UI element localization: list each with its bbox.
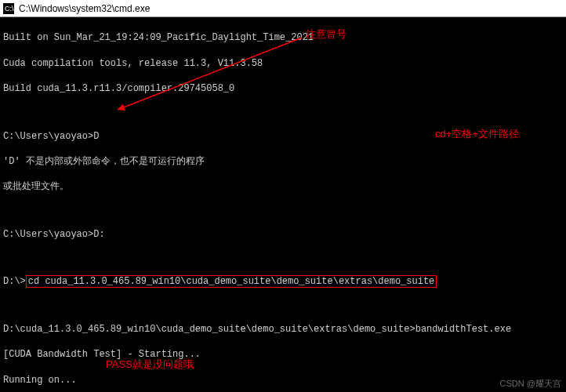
output-line — [3, 253, 563, 263]
output-line: D:\cuda_11.3.0_465.89_win10\cuda_demo_su… — [3, 323, 563, 336]
cd-command-highlight: cd cuda_11.3.0_465.89_win10\cuda_demo_su… — [26, 275, 437, 288]
window-titlebar: C:\ C:\Windows\system32\cmd.exe — [0, 0, 566, 17]
output-line — [3, 206, 563, 216]
output-line: 或批处理文件。 — [3, 180, 563, 193]
prompt: D:\> — [3, 276, 26, 287]
terminal-output[interactable]: Built on Sun_Mar_21_19:24:09_Pacific_Day… — [0, 17, 566, 392]
output-line: D:\>cd cuda_11.3.0_465.89_win10\cuda_dem… — [3, 275, 563, 288]
output-line: Build cuda_11.3.r11.3/compiler.29745058_… — [3, 82, 563, 95]
output-line: 'D' 不是内部或外部命令，也不是可运行的程序 — [3, 155, 563, 168]
output-line: Cuda compilation tools, release 11.3, V1… — [3, 57, 563, 70]
output-line: Running on... — [3, 374, 563, 387]
output-line: [CUDA Bandwidth Test] - Starting... — [3, 348, 563, 361]
output-line — [3, 107, 563, 117]
output-line: C:\Users\yaoyao>D: — [3, 228, 563, 241]
svg-text:C:\: C:\ — [5, 5, 14, 13]
window-title: C:\Windows\system32\cmd.exe — [19, 3, 150, 14]
output-line: Built on Sun_Mar_21_19:24:09_Pacific_Day… — [3, 31, 563, 44]
output-line: C:\Users\yaoyao>D — [3, 130, 563, 143]
cmd-icon: C:\ — [3, 3, 14, 14]
watermark: CSDN @耀天宫 — [500, 378, 561, 390]
output-line — [3, 301, 563, 310]
